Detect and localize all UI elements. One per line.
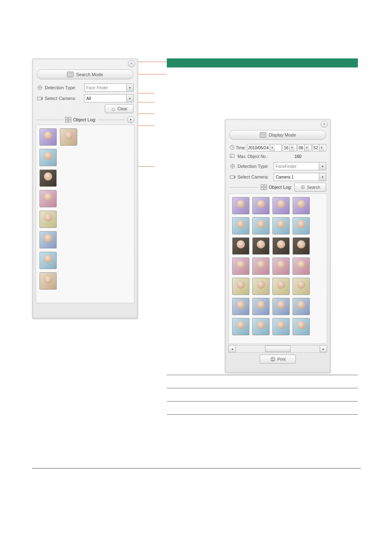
face-thumbnail[interactable] xyxy=(293,217,310,234)
chevron-down-icon xyxy=(319,144,324,151)
face-thumbnail[interactable] xyxy=(39,128,57,146)
search-mode-button[interactable]: Search Mode xyxy=(37,70,134,79)
eraser-icon xyxy=(111,106,116,111)
search-button[interactable]: Search xyxy=(294,183,326,192)
object-log-area xyxy=(36,125,134,303)
divider xyxy=(167,401,358,402)
face-thumbnail[interactable] xyxy=(232,258,249,275)
face-thumbnail[interactable] xyxy=(293,197,310,214)
gear-icon xyxy=(300,185,305,190)
select-camera-label: Select Camera: xyxy=(45,96,83,101)
mode-label: Display Mode xyxy=(269,132,296,137)
select-camera-row: Select Camera: Camera 1 xyxy=(229,173,326,181)
face-thumbnail[interactable] xyxy=(252,278,270,295)
detection-type-select[interactable]: Face Finder xyxy=(84,84,134,92)
scroll-left-button[interactable]: ◂ xyxy=(228,345,236,353)
time-hour-select[interactable]: 16 xyxy=(283,144,297,151)
svg-point-16 xyxy=(302,187,304,188)
select-camera-select[interactable]: All xyxy=(84,94,134,102)
display-mode-icon xyxy=(260,132,266,138)
time-label: Time: xyxy=(236,146,246,150)
scroll-right-button[interactable]: ▸ xyxy=(320,345,327,353)
face-thumbnail[interactable] xyxy=(272,237,290,255)
face-thumbnail[interactable] xyxy=(252,298,270,315)
face-thumbnail[interactable] xyxy=(272,197,290,214)
select-camera-row: Select Camera: All xyxy=(37,94,134,102)
face-thumbnail[interactable] xyxy=(252,258,270,275)
close-button[interactable]: × xyxy=(128,60,135,67)
face-thumbnail[interactable] xyxy=(39,231,57,248)
detection-type-label: Detection Type: xyxy=(45,85,83,90)
scroll-thumb[interactable] xyxy=(265,346,290,352)
time-sec-select[interactable]: 52 xyxy=(312,144,326,151)
face-thumbnail[interactable] xyxy=(232,237,249,255)
face-thumbnail[interactable] xyxy=(252,197,270,214)
clear-label: Clear xyxy=(118,107,127,111)
svg-rect-14 xyxy=(264,188,267,190)
search-mode-panel: × Search Mode Detection Type: Face Finde… xyxy=(32,58,138,319)
max-object-row: # Max. Object No.: 160 xyxy=(229,153,326,160)
print-label: Print xyxy=(277,357,286,362)
svg-rect-5 xyxy=(69,120,71,122)
max-object-label: Max. Object No.: xyxy=(238,154,268,159)
detection-type-value: Face Finder xyxy=(86,86,108,90)
divider xyxy=(167,388,358,388)
face-thumbnail[interactable] xyxy=(232,197,249,214)
face-thumbnail[interactable] xyxy=(293,278,310,295)
collapse-button[interactable]: ▴ xyxy=(127,116,134,123)
svg-rect-11 xyxy=(261,185,263,187)
svg-rect-3 xyxy=(69,117,71,119)
face-thumbnail[interactable] xyxy=(272,298,290,315)
select-camera-label: Select Camera: xyxy=(238,174,272,179)
print-button[interactable]: Print xyxy=(260,355,296,364)
chevron-down-icon xyxy=(126,95,133,102)
face-thumbnail[interactable] xyxy=(39,190,57,207)
object-log-header: Object Log: ▴ xyxy=(36,116,134,123)
face-thumbnail[interactable] xyxy=(252,237,270,255)
face-thumbnail[interactable] xyxy=(39,169,57,187)
search-mode-icon xyxy=(67,72,74,77)
face-thumbnail[interactable] xyxy=(272,258,290,275)
time-min-select[interactable]: 06 xyxy=(297,144,311,151)
svg-rect-1 xyxy=(37,97,42,100)
chevron-down-icon xyxy=(319,162,326,170)
printer-icon xyxy=(270,357,276,362)
svg-rect-2 xyxy=(65,117,68,119)
face-thumbnail[interactable] xyxy=(293,298,310,315)
search-label: Search xyxy=(307,185,320,190)
scroll-track[interactable] xyxy=(236,345,320,353)
face-thumbnail[interactable] xyxy=(39,149,57,166)
object-log-label: Object Log: xyxy=(269,185,292,190)
face-thumbnail[interactable] xyxy=(232,217,249,234)
face-thumbnail[interactable] xyxy=(232,298,249,315)
footer-divider xyxy=(32,468,361,469)
select-camera-value: All xyxy=(86,96,91,101)
face-thumbnail[interactable] xyxy=(272,318,290,335)
detection-type-row: Detection Type: FaceFinder xyxy=(229,162,326,170)
chevron-down-icon xyxy=(319,173,326,181)
face-thumbnail[interactable] xyxy=(293,258,310,275)
face-thumbnail[interactable] xyxy=(60,128,77,146)
face-thumbnail[interactable] xyxy=(39,272,57,290)
face-thumbnail[interactable] xyxy=(232,318,249,335)
detection-type-select[interactable]: FaceFinder xyxy=(274,162,326,170)
close-button[interactable]: × xyxy=(321,121,328,128)
face-thumbnail[interactable] xyxy=(232,278,249,295)
face-thumbnail[interactable] xyxy=(293,237,310,255)
detection-type-icon xyxy=(229,163,236,169)
face-thumbnail[interactable] xyxy=(272,217,290,234)
face-thumbnail[interactable] xyxy=(39,252,57,269)
clear-button[interactable]: Clear xyxy=(105,104,134,113)
svg-rect-10 xyxy=(230,176,234,179)
face-thumbnail[interactable] xyxy=(39,211,57,228)
face-thumbnail[interactable] xyxy=(252,318,270,335)
divider xyxy=(167,375,358,375)
max-object-value: 160 xyxy=(270,154,326,159)
face-thumbnail[interactable] xyxy=(252,217,270,234)
face-thumbnail[interactable] xyxy=(272,278,290,295)
display-mode-button[interactable]: Display Mode xyxy=(229,130,326,140)
select-camera-select[interactable]: Camera 1 xyxy=(274,173,326,181)
horizontal-scrollbar[interactable]: ◂ ▸ xyxy=(228,346,327,352)
time-date-select[interactable]: 2010/05/24 xyxy=(247,144,282,151)
face-thumbnail[interactable] xyxy=(293,318,310,335)
